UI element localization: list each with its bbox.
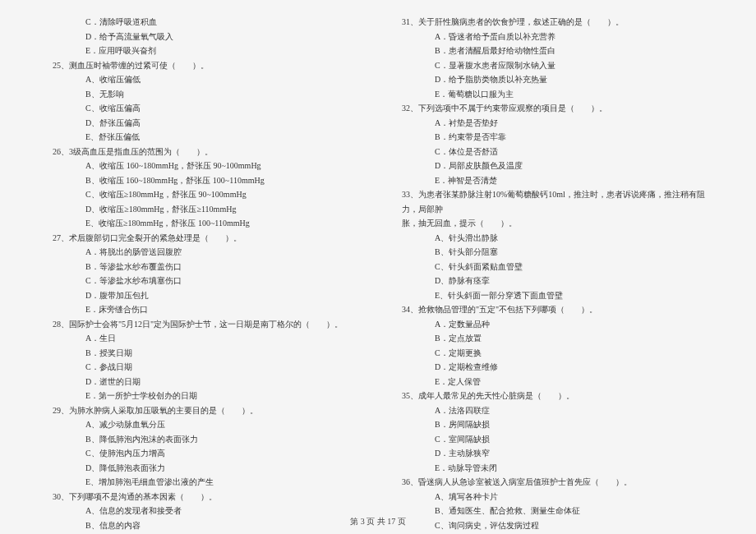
question-stem: 31、关于肝性脑病患者的饮食护理，叙述正确的是（ ）。 (390, 15, 715, 30)
option-text: B．约束带是否牢靠 (390, 130, 715, 145)
option-text: B、无影响 (41, 87, 366, 102)
stem-text: 下列选项中不属于约束带应观察的项目是（ ）。 (418, 104, 607, 113)
stem-text: 术后腹部切口完全裂开的紧急处理是（ ）。 (69, 233, 242, 242)
stem-text: 国际护士会将"5月12日"定为国际护士节，这一日期是南丁格尔的（ ）。 (69, 320, 343, 329)
option-text: C．显著腹水患者应限制水钠入量 (390, 58, 715, 73)
question-number: 26、 (53, 147, 69, 156)
option-text: A、针头滑出静脉 (390, 231, 715, 246)
stem-text: 昏迷病人从急诊室被送入病室后值班护士首先应（ ）。 (418, 477, 632, 486)
question-stem: 32、下列选项中不属于约束带应观察的项目是（ ）。 (390, 101, 715, 116)
question-number: 35、 (402, 391, 418, 400)
question-number: 28、 (53, 320, 69, 329)
question-number: 30、 (53, 492, 69, 501)
option-text: A、减少动脉血氧分压 (41, 417, 366, 432)
option-text: C．室间隔缺损 (390, 432, 715, 447)
option-text: B．定点放置 (390, 331, 715, 346)
option-text: D、降低肺泡表面张力 (41, 461, 366, 476)
option-text: C．定期更换 (390, 346, 715, 361)
option-text: C．参战日期 (41, 360, 366, 375)
option-text: E．应用呼吸兴奋剂 (41, 44, 366, 58)
question-stem: 29、为肺水肿病人采取加压吸氧的主要目的是（ ）。 (41, 403, 366, 418)
option-text: A．将脱出的肠管送回腹腔 (41, 245, 366, 260)
option-text: D、舒张压偏高 (41, 116, 366, 131)
option-text: E．床旁缝合伤口 (41, 302, 366, 317)
option-text: E、增加肺泡毛细血管渗出液的产生 (41, 475, 366, 490)
question-stem: 34、抢救物品管理的"五定"不包括下列哪项（ ）。 (390, 302, 715, 317)
stem-text: 为肺水肿病人采取加压吸氧的主要目的是（ ）。 (69, 406, 258, 415)
option-text: A．生日 (41, 331, 366, 346)
option-text: D．主动脉狭窄 (390, 446, 715, 461)
option-text: B、收缩压 160~180mmHg，舒张压 100~110mmHg (41, 173, 366, 188)
question-stem: 28、国际护士会将"5月12日"定为国际护士节，这一日期是南丁格尔的（ ）。 (41, 317, 366, 332)
stem-text: 3级高血压是指血压的范围为（ ）。 (69, 147, 213, 156)
option-text: D．腹带加压包扎 (41, 288, 366, 303)
question-stem: 35、成年人最常见的先天性心脏病是（ ）。 (390, 389, 715, 403)
option-text: B．患者清醒后最好给动物性蛋白 (390, 44, 715, 58)
option-text: A．定数量品种 (390, 317, 715, 332)
option-text: A．衬垫是否垫好 (390, 116, 715, 131)
option-text: E、舒张压偏低 (41, 130, 366, 145)
option-text: A、填写各种卡片 (390, 490, 715, 504)
option-text: D．逝世的日期 (41, 375, 366, 389)
page-footer: 第 3 页 共 17 页 (0, 516, 756, 527)
option-text: C．清除呼吸道积血 (41, 15, 366, 30)
option-text: B、降低肺泡内泡沫的表面张力 (41, 432, 366, 447)
question-stem: 30、下列哪项不是沟通的基本因素（ ）。 (41, 490, 366, 504)
option-text: C、收缩压偏高 (41, 101, 366, 116)
question-number: 34、 (402, 305, 418, 314)
two-column-layout: C．清除呼吸道积血 D．给予高流量氧气吸入 E．应用呼吸兴奋剂 25、测血压时袖… (41, 15, 715, 499)
question-number: 27、 (53, 233, 69, 242)
question-number: 25、 (53, 61, 69, 70)
question-number: 31、 (402, 17, 418, 26)
option-text: E．定人保管 (390, 375, 715, 389)
option-text: D、收缩压≥180mmHg，舒张压≥110mmHg (41, 202, 366, 217)
option-text: C．体位是否舒适 (390, 145, 715, 159)
option-text: B、针头部分阻塞 (390, 245, 715, 260)
option-text: B．房间隔缺损 (390, 417, 715, 432)
stem-text: 为患者张某静脉注射10%葡萄糖酸钙10ml，推注时，患者诉说疼痛，推注稍有阻力，… (402, 190, 705, 214)
option-text: E．葡萄糖以口服为主 (390, 87, 715, 102)
option-text: B．等渗盐水纱布覆盖伤口 (41, 260, 366, 274)
right-column: 31、关于肝性脑病患者的饮食护理，叙述正确的是（ ）。 A．昏迷者给予蛋白质以补… (390, 15, 715, 499)
option-text: D．给予脂肪类物质以补充热量 (390, 72, 715, 87)
option-text: A、收缩压偏低 (41, 72, 366, 87)
option-text: E．第一所护士学校创办的日期 (41, 389, 366, 403)
stem-text: 成年人最常见的先天性心脏病是（ ）。 (418, 391, 574, 400)
question-number: 29、 (53, 406, 69, 415)
question-stem: 36、昏迷病人从急诊室被送入病室后值班护士首先应（ ）。 (390, 475, 715, 490)
question-stem: 25、测血压时袖带缠的过紧可使（ ）。 (41, 58, 366, 73)
option-text: A、收缩压 160~180mmHg，舒张压 90~100mmHg (41, 159, 366, 173)
question-number: 33、 (402, 190, 418, 199)
option-text: C、针头斜面紧贴血管壁 (390, 260, 715, 274)
question-number: 32、 (402, 104, 418, 113)
stem-text: 下列哪项不是沟通的基本因素（ ）。 (69, 492, 217, 501)
option-text: C、使肺泡内压力增高 (41, 446, 366, 461)
question-stem: 27、术后腹部切口完全裂开的紧急处理是（ ）。 (41, 231, 366, 246)
option-text: C．等渗盐水纱布填塞伤口 (41, 274, 366, 288)
option-text: C、收缩压≥180mmHg，舒张压 90~100mmHg (41, 187, 366, 202)
left-column: C．清除呼吸道积血 D．给予高流量氧气吸入 E．应用呼吸兴奋剂 25、测血压时袖… (41, 15, 366, 499)
question-stem: 26、3级高血压是指血压的范围为（ ）。 (41, 145, 366, 159)
question-number: 36、 (402, 477, 418, 486)
option-text: E、收缩压≥180mmHg，舒张压 100~110mmHg (41, 216, 366, 231)
option-text: D．定期检查维修 (390, 360, 715, 375)
question-stem: 33、为患者张某静脉注射10%葡萄糖酸钙10ml，推注时，患者诉说疼痛，推注稍有… (390, 187, 715, 216)
option-text: D、静脉有痉挛 (390, 274, 715, 288)
option-text: B．授奖日期 (41, 346, 366, 361)
option-text: D．给予高流量氧气吸入 (41, 30, 366, 44)
stem-continuation: 胀，抽无回血，提示（ ）。 (390, 216, 715, 231)
option-text: A．昏迷者给予蛋白质以补充营养 (390, 30, 715, 44)
stem-text: 抢救物品管理的"五定"不包括下列哪项（ ）。 (418, 305, 597, 314)
option-text: E、针头斜面一部分穿透下面血管壁 (390, 288, 715, 303)
option-text: E．动脉导管未闭 (390, 461, 715, 476)
option-text: D．局部皮肤颜色及温度 (390, 159, 715, 173)
stem-text: 关于肝性脑病患者的饮食护理，叙述正确的是（ ）。 (418, 17, 624, 26)
stem-text: 测血压时袖带缠的过紧可使（ ）。 (69, 61, 209, 70)
option-text: E．神智是否清楚 (390, 173, 715, 188)
option-text: A．法洛四联症 (390, 403, 715, 418)
